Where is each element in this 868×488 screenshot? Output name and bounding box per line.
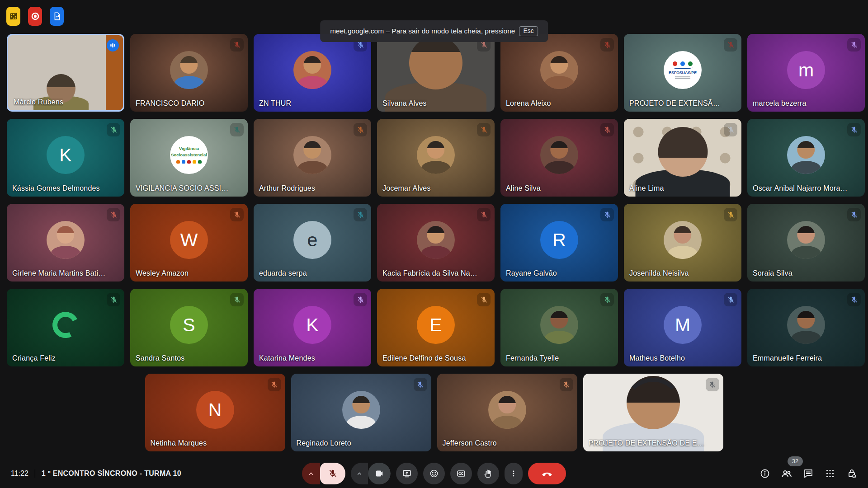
mic-muted-icon — [847, 293, 861, 306]
participant-name: Emmanuelle Ferreira — [753, 354, 822, 362]
meeting-title: 1 º ENCONTRO SÍNCRONO - TURMA 10 — [42, 469, 181, 478]
bottom-bar: 11:22 1 º ENCONTRO SÍNCRONO - TURMA 10 — [0, 459, 868, 488]
people-button[interactable]: 32 — [776, 463, 797, 484]
profile-photo-avatar — [787, 221, 825, 259]
raise-hand-button[interactable] — [477, 463, 499, 484]
meeting-details-button[interactable] — [754, 463, 776, 484]
profile-photo-avatar — [488, 391, 526, 429]
logo-line1: Vigilância — [179, 146, 199, 151]
participant-tile[interactable]: Girlene Maria Martins Batista — [7, 204, 124, 282]
avatar-shoulders — [174, 76, 204, 89]
transcript-extension-button[interactable] — [50, 7, 64, 26]
participant-tile[interactable]: RRayane Galvão — [500, 204, 618, 282]
participant-tile[interactable]: MMatheus Botelho — [624, 289, 741, 366]
avatar-shoulders — [544, 331, 574, 344]
avatar-face — [797, 226, 815, 244]
reactions-button[interactable] — [423, 463, 445, 484]
avatar-face — [498, 396, 516, 413]
participant-tile[interactable]: Josenilda Neisilva — [624, 204, 741, 282]
participant-tile[interactable]: VigilânciaSocioassistencialVIGILANCIA SO… — [130, 119, 248, 197]
participant-tile[interactable]: EEdilene Delfino de Sousa — [377, 289, 495, 366]
profile-photo-avatar — [170, 51, 208, 89]
profile-photo-avatar — [417, 221, 455, 259]
profile-photo-avatar — [293, 51, 331, 89]
more-options-button[interactable] — [505, 463, 523, 484]
participant-name: Edilene Delfino de Sousa — [382, 354, 466, 362]
crescent-logo-shape — [49, 309, 82, 342]
mic-options-button[interactable] — [302, 463, 320, 484]
participant-tile[interactable]: PROJETO DE EXTENSÃO DE ENSIN… — [583, 374, 723, 451]
participant-name: PROJETO DE EXTENSÃO DE ENSIN… — [589, 439, 707, 447]
participant-tile[interactable]: Oscar Anibal Najarro Morales — [747, 119, 865, 197]
avatar-letter: E — [429, 316, 442, 334]
profile-photo-avatar — [787, 306, 825, 344]
avatar-letter: M — [675, 316, 690, 334]
camera-options-button[interactable] — [351, 463, 368, 484]
avatar-letter: K — [59, 146, 71, 164]
activities-button[interactable] — [819, 463, 841, 484]
camera-button[interactable] — [368, 463, 391, 484]
record-extension-button[interactable] — [28, 7, 42, 26]
vigilancia-logo: VigilânciaSocioassistencial — [170, 136, 208, 174]
participant-tile[interactable]: SSandra Santos — [130, 289, 248, 366]
participant-tile[interactable]: Emmanuelle Ferreira — [747, 289, 865, 366]
participant-tile[interactable]: NNetinha Marques — [145, 374, 285, 451]
participant-tile[interactable]: WWesley Amazon — [130, 204, 248, 282]
logo-figures — [176, 160, 202, 164]
avatar-face — [550, 56, 568, 74]
captions-button[interactable] — [450, 463, 472, 484]
participant-tile[interactable]: Márcio Rubens — [7, 34, 124, 112]
participant-tile[interactable]: Arthur Rodrigues — [254, 119, 371, 197]
participant-tile[interactable]: KKássia Gomes Delmondes — [7, 119, 124, 197]
video-person-head — [658, 127, 708, 177]
participant-tile[interactable]: Silvana Alves — [377, 34, 495, 112]
profile-photo-avatar — [47, 221, 85, 259]
mute-button[interactable] — [320, 463, 345, 484]
avatar-face — [797, 141, 815, 159]
profile-photo-avatar — [664, 221, 702, 259]
participant-tile[interactable]: KKatarina Mendes — [254, 289, 371, 366]
host-controls-button[interactable] — [841, 463, 863, 484]
present-button[interactable] — [396, 463, 418, 484]
participant-name: Aline Lima — [629, 184, 664, 192]
info-icon — [760, 468, 770, 479]
avatar-face — [550, 141, 568, 159]
mic-muted-icon — [724, 38, 737, 52]
participant-tile[interactable]: Reginado Loreto — [291, 374, 431, 451]
participant-tile[interactable]: Aline Lima — [624, 119, 741, 197]
participant-tile[interactable]: ZN THUR — [254, 34, 371, 112]
participant-tile[interactable]: Jocemar Alves — [377, 119, 495, 197]
avatar-shoulders — [297, 76, 327, 89]
participant-tile[interactable]: Jefferson Castro — [437, 374, 577, 451]
avatar-face — [352, 396, 370, 413]
avatar-letter: R — [552, 231, 566, 249]
avatar-face — [797, 311, 815, 328]
end-call-button[interactable] — [528, 463, 566, 484]
participant-tile[interactable]: Soraia Silva — [747, 204, 865, 282]
participant-tile[interactable]: mmarcela bezerra — [747, 34, 865, 112]
clock: 11:22 — [11, 469, 28, 478]
participant-tile[interactable]: eeduarda serpa — [254, 204, 371, 282]
participant-tile[interactable]: Lorena Aleixo — [500, 34, 618, 112]
avatar-shoulders — [51, 246, 80, 259]
participant-name: Silvana Alves — [382, 99, 427, 108]
participant-tile[interactable]: ESFOSUAS/PEPROJETO DE EXTENSÃO DE … — [624, 34, 741, 112]
participant-name: Matheus Botelho — [629, 354, 685, 362]
avatar-shoulders — [544, 161, 574, 174]
participant-tile[interactable]: FRANCISCO DARIO — [130, 34, 248, 112]
meet-fullscreen-window: meet.google.com – Para sair do modo tela… — [0, 0, 868, 488]
chat-button[interactable] — [797, 463, 819, 484]
mic-muted-icon — [230, 123, 244, 136]
grid-extension-button[interactable] — [6, 7, 20, 26]
participant-tile[interactable]: Kacia Fabrícia da Silva Nasci… — [377, 204, 495, 282]
mic-muted-icon — [600, 293, 614, 306]
letter-avatar: N — [196, 391, 234, 429]
participant-tile[interactable]: Aline Silva — [500, 119, 618, 197]
participant-tile[interactable]: Fernanda Tyelle — [500, 289, 618, 366]
avatar-shoulders — [791, 331, 821, 344]
fullscreen-toast: meet.google.com – Para sair do modo tela… — [320, 20, 548, 42]
transcript-doc-icon — [52, 12, 61, 21]
tile-row: NNetinha MarquesReginado LoretoJefferson… — [0, 374, 868, 451]
participant-tile[interactable]: Criança Feliz — [7, 289, 124, 366]
participant-name: VIGILANCIA SOCIO ASSISTE… — [136, 184, 231, 192]
